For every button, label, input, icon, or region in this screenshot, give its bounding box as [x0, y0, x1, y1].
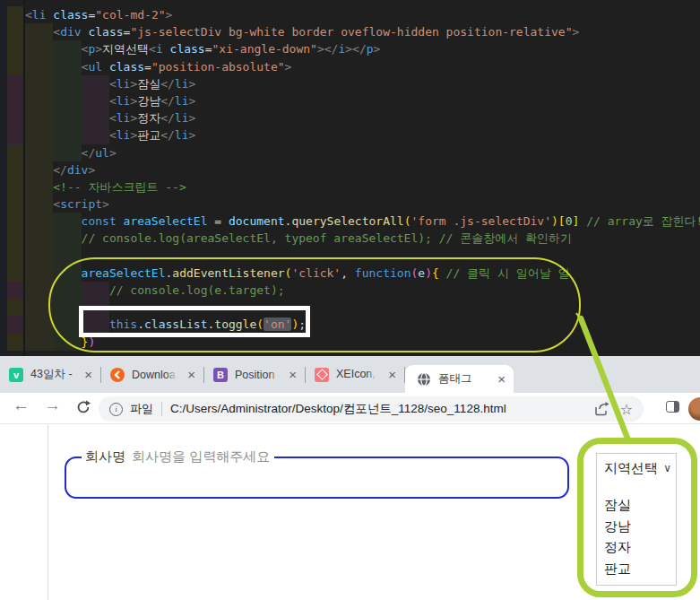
tab-title: 폼태그	[438, 371, 480, 387]
screenshot-root: <li class="col-md-2"><div class="js-sele…	[0, 0, 700, 600]
code-line: <p>지역선택<i class="xi-angle-down"></i></p>	[0, 40, 700, 57]
tab-title: Position	[235, 369, 281, 381]
code-editor[interactable]: <li class="col-md-2"><div class="js-sele…	[0, 0, 700, 356]
tab-close-icon[interactable]: ×	[289, 369, 297, 381]
browser-tabs: v43일차 -×Downloa×BPosition×XEIcon, 드×폼태그×	[0, 356, 514, 393]
tab-close-icon[interactable]: ×	[84, 369, 92, 381]
browser-tab-strip: v43일차 -×Downloa×BPosition×XEIcon, 드×폼태그×…	[0, 356, 700, 393]
company-name-input[interactable]: 회사명 회사명을 입력해주세요	[65, 457, 569, 499]
code-line: <li>강남</li>	[0, 92, 700, 109]
company-name-legend: 회사명	[82, 448, 129, 465]
code-line: </div>	[0, 161, 700, 178]
tab-title: XEIcon, 드	[336, 367, 379, 382]
share-icon[interactable]	[594, 402, 609, 416]
code-line: <li>판교</li>	[0, 126, 700, 143]
velog-favicon-icon: v	[9, 368, 23, 382]
browser-toolbar: ← → i 파일 C:/Users/Administrator/Desktop/…	[0, 393, 700, 424]
browser-tab[interactable]: BPosition×	[204, 356, 305, 393]
profile-avatar[interactable]	[688, 397, 700, 421]
tab-close-icon[interactable]: ×	[388, 369, 396, 381]
xeicon-favicon-icon	[315, 368, 329, 382]
code-line: // console.log(areaSelectEl, typeof area…	[0, 230, 700, 247]
download-favicon-icon	[110, 368, 125, 382]
tab-title: Downloa	[132, 369, 178, 381]
code-line: const areaSelectEl = document.querySelec…	[0, 213, 700, 230]
globe-favicon-icon	[417, 372, 431, 387]
bookmark-star-icon[interactable]: ☆	[620, 401, 633, 418]
annotation-highlight-rect	[577, 438, 697, 597]
code-line: <!-- 자바스크립트 -->	[0, 178, 700, 196]
back-button[interactable]: ←	[13, 396, 30, 415]
company-name-placeholder: 회사명을 입력해주세요	[127, 448, 274, 465]
bootstrap-favicon-icon: B	[213, 368, 228, 382]
page-info-icon[interactable]: i	[109, 403, 123, 416]
tab-title: 43일차 -	[30, 367, 75, 382]
code-line: <script>	[0, 196, 700, 213]
code-line: <li>정자</li>	[0, 109, 700, 126]
container-border	[48, 425, 48, 600]
code-line: <ul class="position-absolute">	[0, 58, 700, 75]
reload-button[interactable]	[75, 399, 91, 415]
code-line: <div class="js-selectDiv bg-white border…	[0, 23, 700, 40]
browser-tab[interactable]: XEIcon, 드×	[306, 356, 404, 393]
code-line: <li class="col-md-2">	[0, 6, 700, 23]
omnibox-divider	[161, 402, 162, 416]
page-content: 회사명 회사명을 입력해주세요 지역선택 ∨ 잠실강남정자판교	[0, 424, 700, 600]
forward-button[interactable]: →	[44, 396, 61, 415]
url-text: C:/Users/Administrator/Desktop/컴포넌트_1128…	[170, 401, 506, 417]
code-line: <li>잠실</li>	[0, 75, 700, 92]
browser-tab[interactable]: Downloa×	[101, 356, 203, 393]
url-scheme-label: 파일	[130, 401, 153, 417]
browser-tab-active[interactable]: 폼태그×	[405, 365, 514, 393]
address-bar[interactable]: i 파일 C:/Users/Administrator/Desktop/컴포넌트…	[99, 396, 644, 422]
side-panel-icon[interactable]	[666, 401, 679, 413]
annotation-oval	[48, 257, 581, 352]
tab-close-icon[interactable]: ×	[187, 369, 195, 381]
browser-tab[interactable]: v43일차 -×	[0, 356, 100, 393]
code-line: </ul>	[0, 144, 700, 161]
annotation-box	[79, 306, 310, 337]
tab-close-icon[interactable]: ×	[497, 373, 506, 386]
